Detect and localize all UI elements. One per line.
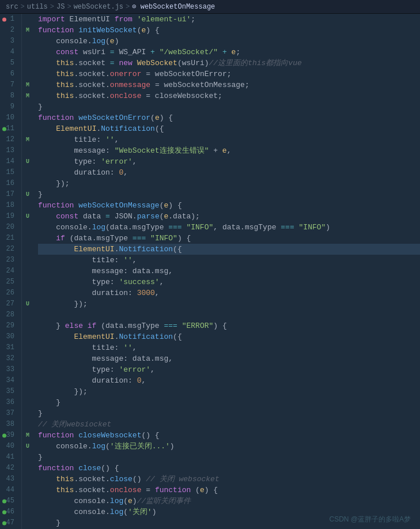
line-21: 21	[0, 233, 18, 244]
line-44: 44	[0, 485, 18, 496]
side-markers-column: M M M M U U U U	[22, 14, 33, 529]
line-15: 15	[0, 167, 18, 178]
line-33: 33	[0, 364, 18, 375]
breadcrumb-file: webSocket.js	[74, 3, 123, 11]
line-10: 10	[0, 112, 18, 123]
dot-46	[2, 510, 6, 514]
code-line-2: function initWebSocket(e) {	[38, 25, 420, 36]
code-line-8: this.socket.onclose = closeWebsocket;	[38, 90, 420, 101]
code-line-23: title: '',	[38, 255, 420, 266]
line-35: 35	[0, 386, 18, 397]
code-line-28	[38, 309, 420, 320]
code-content: import ElementUI from 'element-ui'; func…	[33, 14, 420, 529]
line-34: 34	[0, 375, 18, 386]
line-39: 39	[0, 430, 18, 441]
breadcrumb-js: JS	[56, 3, 65, 11]
line-8: 8	[0, 90, 18, 101]
dot-1	[2, 17, 6, 21]
code-line-30: ElementUI.Notification({	[38, 331, 420, 342]
code-line-29: } else if (data.msgType === "ERROR") {	[38, 320, 420, 331]
breadcrumb-utils: utils	[27, 3, 48, 11]
line-9: 9	[0, 101, 18, 112]
code-line-40: console.log('连接已关闭...')	[38, 441, 420, 452]
code-line-10: function webSocketOnError(e) {	[38, 112, 420, 123]
line-6: 6	[0, 69, 18, 80]
code-line-5: this.socket = new WebSocket(wsUri)//这里面的…	[38, 58, 420, 69]
code-line-39: function closeWebsocket() {	[38, 430, 420, 441]
dot-11	[2, 127, 6, 131]
line-13: 13	[0, 145, 18, 156]
code-line-6: this.socket.onerror = webSocketOnError;	[38, 69, 420, 80]
line-2: 2	[0, 25, 18, 36]
line-31: 31	[0, 342, 18, 353]
code-line-18: function webSocketOnMessage(e) {	[38, 200, 420, 211]
line-29: 29	[0, 320, 18, 331]
line-7: 7	[0, 80, 18, 90]
line-37: 37	[0, 408, 18, 419]
code-line-41: }	[38, 452, 420, 463]
line-32: 32	[0, 353, 18, 364]
dot-47	[2, 521, 6, 525]
code-line-14: type: 'error',	[38, 156, 420, 167]
line-43: 43	[0, 474, 18, 485]
line-5: 5	[0, 58, 18, 69]
code-line-38: // 关闭websiocket	[38, 419, 420, 430]
line-17: 17	[0, 189, 18, 200]
code-line-4: const wsUri = WS_API + "/webSocket/" + e…	[38, 47, 420, 58]
code-line-37: }	[38, 408, 420, 419]
code-line-15: duration: 0,	[38, 167, 420, 178]
line-3: 3	[0, 36, 18, 47]
line-23: 23	[0, 255, 18, 266]
line-gutter: 1 2 3 4 5 6 7 8 9	[0, 14, 22, 529]
line-14: 14	[0, 156, 18, 167]
line-45: 45	[0, 496, 18, 507]
line-27: 27	[0, 298, 18, 309]
code-line-42: function close() {	[38, 463, 420, 474]
line-38: 38	[0, 419, 18, 430]
line-16: 16	[0, 178, 18, 189]
code-line-27: });	[38, 298, 420, 309]
dot-45	[2, 499, 6, 503]
code-line-36: }	[38, 397, 420, 408]
breadcrumb-symbol: ⊙ webSocketOnMessage	[132, 2, 215, 11]
code-line-33: type: 'error',	[38, 364, 420, 375]
code-line-20: console.log(data.msgType === "INFO", dat…	[38, 222, 420, 233]
line-25: 25	[0, 277, 18, 288]
dot-39	[2, 433, 6, 437]
code-area: 1 2 3 4 5 6 7 8 9	[0, 14, 420, 529]
code-line-1: import ElementUI from 'element-ui';	[38, 14, 420, 25]
line-12: 12	[0, 134, 18, 145]
line-22: 22	[0, 244, 18, 255]
code-line-34: duration: 0,	[38, 375, 420, 386]
code-line-31: title: '',	[38, 342, 420, 353]
breadcrumb: src > utils > JS > webSocket.js > ⊙ webS…	[0, 0, 420, 14]
code-line-24: message: data.msg,	[38, 266, 420, 277]
line-24: 24	[0, 266, 18, 277]
line-18: 18	[0, 200, 18, 211]
line-26: 26	[0, 288, 18, 298]
line-46: 46	[0, 507, 18, 517]
code-line-44: this.socket.onclose = function (e) {	[38, 485, 420, 496]
code-line-7: this.socket.onmessage = webSocketOnMessa…	[38, 80, 420, 90]
line-19: 19	[0, 211, 18, 222]
editor-container: src > utils > JS > webSocket.js > ⊙ webS…	[0, 0, 420, 529]
line-1: 1	[0, 14, 18, 25]
code-line-13: message: "WebSocket连接发生错误" + e,	[38, 145, 420, 156]
watermark: CSDN @蓝胖子的多啦A梦	[329, 515, 411, 524]
code-line-17: }	[38, 189, 420, 200]
code-line-3: console.log(e)	[38, 36, 420, 47]
code-line-11: ElementUI.Notification({	[38, 123, 420, 134]
line-41: 41	[0, 452, 18, 463]
line-40: 40	[0, 441, 18, 452]
code-line-19: const data = JSON.parse(e.data);	[38, 211, 420, 222]
code-line-45: console.log(e)//监听关闭事件	[38, 496, 420, 507]
line-42: 42	[0, 463, 18, 474]
line-11: 11	[0, 123, 18, 134]
code-line-25: type: 'success',	[38, 277, 420, 288]
line-20: 20	[0, 222, 18, 233]
code-line-16: });	[38, 178, 420, 189]
line-28: 28	[0, 309, 18, 320]
code-line-26: duration: 3000,	[38, 288, 420, 298]
code-line-22: ElementUI.Notification({	[38, 244, 420, 255]
code-line-35: });	[38, 386, 420, 397]
